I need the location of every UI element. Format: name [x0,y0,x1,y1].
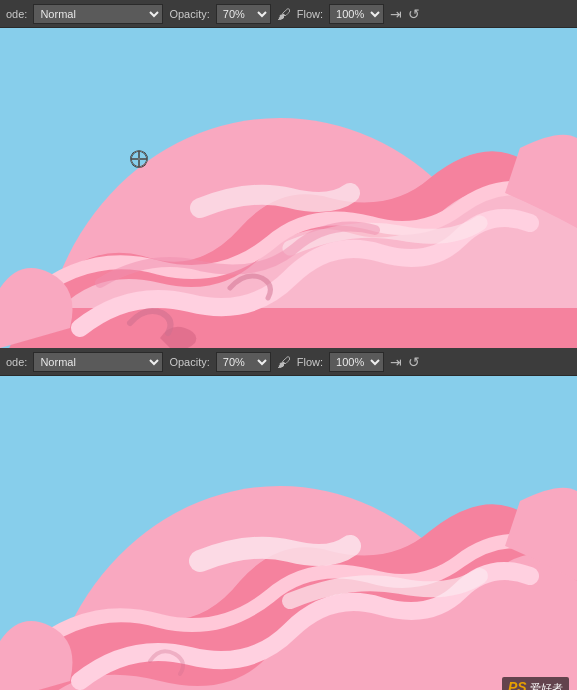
blend-mode-select-top[interactable]: Normal Dissolve Multiply [33,4,163,24]
airbrush-icon-top[interactable]: 🖌 [277,7,291,21]
watermark-site: 爱好者 [530,682,563,690]
opacity-select-top[interactable]: 70% 100% 50% [216,4,271,24]
opacity-label-top: Opacity: [169,8,209,20]
tablet-pressure-icon-bottom[interactable]: ⇥ [390,355,402,369]
watermark-box: PS 爱好者 [502,677,569,690]
watermark-area: PS 爱好者 [502,677,569,690]
mode-label-bottom: ode: [6,356,27,368]
tablet-pressure-icon-top[interactable]: ⇥ [390,7,402,21]
smoothing-icon-bottom[interactable]: ↺ [408,355,420,369]
ice-cream-image-bottom [0,376,577,690]
flow-select-top[interactable]: 100% 75% 50% [329,4,384,24]
canvas-bottom: PS 爱好者 [0,376,577,690]
smoothing-icon-top[interactable]: ↺ [408,7,420,21]
flow-select-bottom[interactable]: 100% 75% 50% [329,352,384,372]
ps-logo: PS [508,679,527,690]
opacity-select-bottom[interactable]: 70% 100% 50% [216,352,271,372]
move-cursor [128,148,148,168]
toolbar-top: ode: Normal Dissolve Multiply Opacity: 7… [0,0,577,28]
flow-label-bottom: Flow: [297,356,323,368]
ice-cream-image-top [0,28,577,348]
blend-mode-select-bottom[interactable]: Normal Dissolve Multiply [33,352,163,372]
flow-label-top: Flow: [297,8,323,20]
canvas-top [0,28,577,348]
opacity-label-bottom: Opacity: [169,356,209,368]
mode-label-top: ode: [6,8,27,20]
toolbar-bottom: ode: Normal Dissolve Multiply Opacity: 7… [0,348,577,376]
airbrush-icon-bottom[interactable]: 🖌 [277,355,291,369]
